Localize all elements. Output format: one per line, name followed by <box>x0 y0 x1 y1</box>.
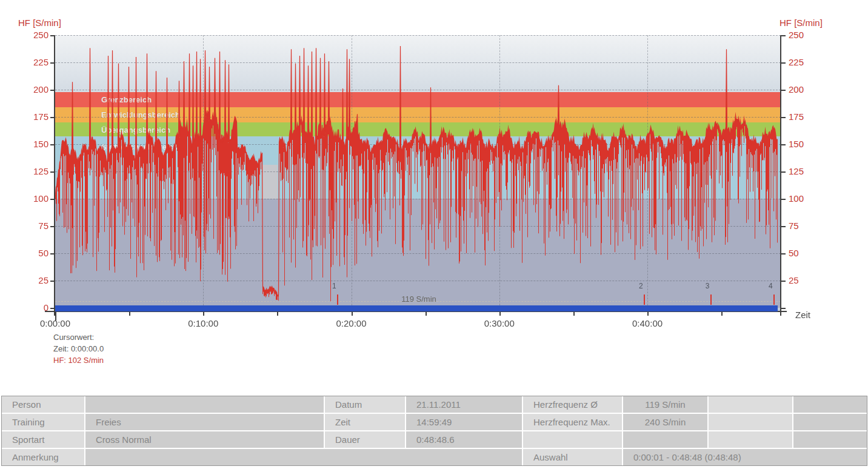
y-tick-right-175 <box>781 117 786 118</box>
y-axis-line-right <box>780 35 781 316</box>
table-value-r3c2: Cross Normal <box>85 431 324 448</box>
lap-marker-number-3: 3 <box>706 282 710 290</box>
hr-curve-canvas[interactable] <box>55 35 781 311</box>
x-tick <box>129 311 130 316</box>
x-tick-label: 0:30:00 <box>472 318 527 328</box>
y-tick-left-25 <box>50 281 55 282</box>
x-tick <box>499 311 501 316</box>
y-tick-left-50 <box>50 253 55 254</box>
x-tick <box>573 311 575 316</box>
table-label-r3c5 <box>523 431 622 448</box>
table-value-r3c6 <box>623 431 707 448</box>
selection-range-bar[interactable] <box>55 305 778 311</box>
lap-marker-line-2 <box>644 294 645 305</box>
cursor-readout-title: Cursorwert: <box>53 331 104 343</box>
y-tick-label-left-125: 125 <box>17 166 48 176</box>
y-axis-title-left: HF [S/min] <box>18 18 61 28</box>
y-tick-label-right-250: 250 <box>789 30 820 40</box>
y-tick-left-75 <box>50 226 55 227</box>
lap-marker-line-1 <box>337 294 338 305</box>
lap-marker-line-3 <box>710 294 712 305</box>
y-tick-left-0 <box>50 308 55 309</box>
x-axis-title: Zeit <box>795 310 810 320</box>
x-tick <box>426 311 427 316</box>
average-hr-label: 119 S/min <box>376 294 461 304</box>
x-tick-label: 0:00:00 <box>28 318 82 328</box>
x-tick-end <box>780 311 781 316</box>
y-tick-label-right-225: 225 <box>789 57 820 67</box>
lap-marker-number-4: 4 <box>769 282 773 290</box>
table-value-r1c4: 21.11.2011 <box>406 396 522 413</box>
hr-training-analysis-window: HF [S/min] HF [S/min] GrenzbereichEntwic… <box>0 0 868 469</box>
y-tick-right-150 <box>781 144 786 145</box>
table-value-r1c2 <box>85 396 324 413</box>
y-tick-right-0 <box>781 308 786 309</box>
table-value-r1c6: 119 S/min <box>623 396 707 413</box>
y-tick-left-225 <box>50 62 55 64</box>
cursor-readout: Cursorwert: Zeit: 0:00:00.0 HF: 102 S/mi… <box>53 331 104 366</box>
cursor-hf-value: HF: 102 S/min <box>53 354 104 366</box>
y-tick-label-left-150: 150 <box>17 139 48 149</box>
session-info-table: PersonDatum21.11.2011Herzfrequenz Ø119 S… <box>1 396 867 466</box>
y-tick-label-left-25: 25 <box>17 275 48 285</box>
table-value-r1c8 <box>793 396 867 413</box>
table-value-r2c6: 240 S/min <box>623 414 707 430</box>
y-tick-label-left-75: 75 <box>17 221 48 231</box>
y-tick-right-100 <box>781 199 786 200</box>
hr-chart-plot-area[interactable]: GrenzbereichEntwicklungsbereichÜbergangs… <box>55 35 781 311</box>
table-label-r1c3: Datum <box>325 396 405 413</box>
y-tick-right-50 <box>781 253 786 254</box>
y-tick-label-right-75: 75 <box>789 221 820 231</box>
y-tick-left-100 <box>50 199 55 200</box>
y-tick-label-right-150: 150 <box>789 139 820 149</box>
y-tick-right-75 <box>781 226 786 227</box>
table-label-r3c3: Dauer <box>325 431 405 448</box>
table-label-r4c1: Anmerkung <box>2 449 84 465</box>
y-tick-right-200 <box>781 90 786 91</box>
y-axis-title-right: HF [S/min] <box>780 18 823 28</box>
y-tick-label-right-25: 25 <box>789 275 820 285</box>
x-tick-label: 0:10:00 <box>176 318 230 328</box>
y-axis-line-left <box>54 35 55 316</box>
y-tick-right-250 <box>781 35 786 36</box>
table-value-r2c2: Freies <box>85 414 324 430</box>
x-tick <box>277 311 278 316</box>
cursor-time-value: Zeit: 0:00:00.0 <box>53 343 104 354</box>
y-tick-label-left-200: 200 <box>17 84 48 95</box>
y-tick-label-right-125: 125 <box>789 166 820 176</box>
y-tick-label-right-200: 200 <box>789 84 820 95</box>
table-value-r3c4: 0:48:48.6 <box>406 431 522 448</box>
table-label-r2c3: Zeit <box>325 414 405 430</box>
y-tick-left-125 <box>50 171 55 173</box>
x-tick <box>647 311 649 316</box>
y-tick-label-left-225: 225 <box>17 57 48 67</box>
lap-marker-line-4 <box>773 294 775 305</box>
table-label-r1c1: Person <box>2 396 84 413</box>
y-tick-label-right-100: 100 <box>789 193 820 204</box>
table-value-r3c8 <box>793 431 867 448</box>
lap-marker-number-2: 2 <box>639 282 643 290</box>
x-tick <box>721 311 723 316</box>
x-tick <box>352 311 353 316</box>
y-tick-label-right-50: 50 <box>789 248 820 258</box>
y-tick-label-left-0: 0 <box>17 302 48 313</box>
y-tick-left-250 <box>50 35 55 36</box>
table-value-r4c4: 0:00:01 - 0:48:48 (0:48:48) <box>623 449 867 465</box>
x-tick <box>203 311 204 316</box>
table-label-r3c7 <box>709 431 792 448</box>
y-tick-right-125 <box>781 171 786 173</box>
y-tick-right-25 <box>781 281 786 282</box>
x-tick-label: 0:20:00 <box>324 318 379 328</box>
y-tick-left-150 <box>50 144 55 145</box>
table-value-r4c2 <box>85 449 522 465</box>
table-label-r2c1: Training <box>2 414 84 430</box>
table-label-r1c5: Herzfrequenz Ø <box>523 396 622 413</box>
lap-marker-number-1: 1 <box>332 282 336 290</box>
y-tick-label-left-50: 50 <box>17 248 48 258</box>
y-tick-label-right-175: 175 <box>789 111 820 122</box>
table-value-r2c4: 14:59:49 <box>406 414 522 430</box>
table-label-r2c7 <box>709 414 792 430</box>
y-tick-label-left-100: 100 <box>17 193 48 204</box>
y-tick-label-left-250: 250 <box>17 30 48 40</box>
y-tick-right-225 <box>781 62 786 64</box>
